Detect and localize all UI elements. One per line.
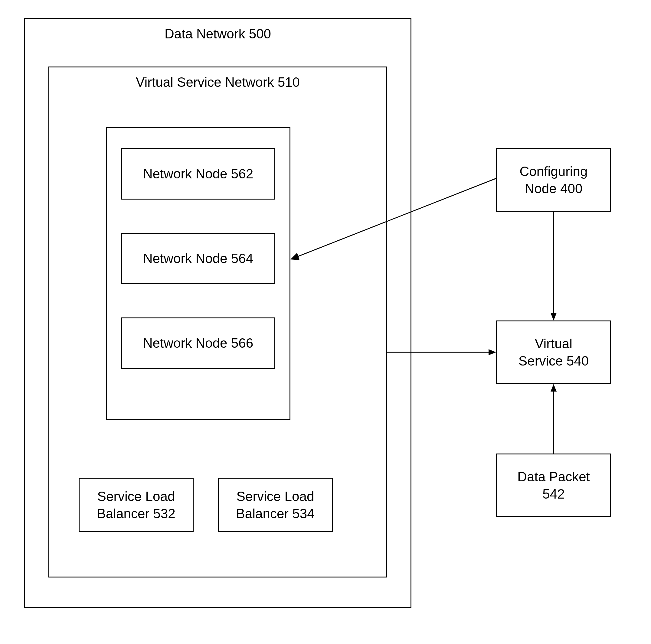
network-node-562: Network Node 562 (121, 148, 275, 199)
virtual-service-network-title: Virtual Service Network 510 (49, 73, 386, 91)
svg-marker-1 (551, 313, 557, 321)
network-node-562-label: Network Node 562 (143, 165, 253, 182)
virtual-service-line2: Service 540 (519, 352, 589, 369)
network-node-566-label: Network Node 566 (143, 334, 253, 352)
svg-marker-3 (551, 384, 557, 391)
balancer-534-line1: Service Load (237, 488, 314, 505)
svg-line-4 (297, 179, 496, 257)
service-load-balancer-534: Service Load Balancer 534 (218, 478, 333, 532)
data-packet-box: Data Packet 542 (496, 453, 611, 517)
service-load-balancer-532: Service Load Balancer 532 (79, 478, 194, 532)
balancer-532-line2: Balancer 532 (97, 505, 175, 522)
arrow-config-to-nodecontainer (290, 179, 499, 263)
network-node-564: Network Node 564 (121, 233, 275, 284)
virtual-service-line1: Virtual (535, 335, 572, 352)
data-packet-line1: Data Packet (517, 468, 590, 485)
svg-marker-7 (489, 349, 496, 355)
network-node-566: Network Node 566 (121, 318, 275, 369)
configuring-node-line2: Node 400 (525, 180, 583, 197)
configuring-node-box: Configuring Node 400 (496, 148, 611, 212)
network-node-564-label: Network Node 564 (143, 250, 253, 267)
arrow-vsn-to-virtualservice (387, 348, 499, 360)
balancer-532-line1: Service Load (97, 488, 175, 505)
configuring-node-line1: Configuring (519, 163, 587, 180)
arrow-config-to-virtual (551, 212, 563, 323)
balancer-534-line2: Balancer 534 (236, 505, 314, 522)
data-network-title: Data Network 500 (25, 25, 410, 42)
arrow-datapacket-to-virtual (551, 384, 563, 456)
svg-marker-5 (290, 253, 300, 260)
data-packet-line2: 542 (542, 485, 564, 503)
virtual-service-box: Virtual Service 540 (496, 321, 611, 384)
